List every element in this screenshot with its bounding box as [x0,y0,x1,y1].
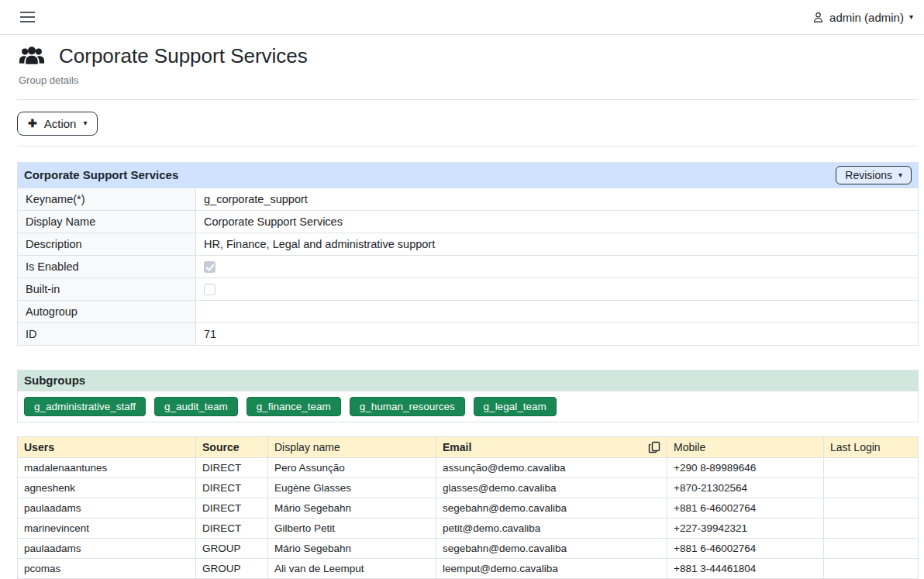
user-row: agneshenk DIRECT Eugène Glasses glasses@… [18,477,919,498]
detail-row-id: ID 71 [18,322,919,345]
detail-value: HR, Finance, Legal and administrative su… [196,233,919,255]
built-in-checkbox[interactable] [204,284,215,295]
user-source: DIRECT [196,498,268,518]
user-display-name: Mário Segebahn [268,538,436,558]
user-icon [812,12,824,23]
action-button-label: Action [44,117,77,130]
subgroups-cell: g_administrative_staff g_audit_team g_fi… [18,391,919,422]
user-username: paulaadams [18,538,196,558]
user-menu-label: admin (admin) [829,11,904,24]
divider [17,99,919,100]
people-group-icon [19,46,45,67]
divider [17,146,919,146]
detail-label: Built-in [18,277,196,300]
page-header: Corporate Support Services [19,45,919,68]
subgroup-button[interactable]: g_human_resources [350,397,465,416]
col-source: Source [196,436,268,457]
user-source: DIRECT [196,457,268,477]
user-row: paulaadams GROUP Mário Segebahn segebahn… [18,538,919,558]
users-table: Users Source Display name Email Mo [17,436,919,579]
detail-row-keyname: Keyname(*) g_corporate_support [18,188,919,210]
user-source: GROUP [196,558,268,578]
detail-row-description: Description HR, Finance, Legal and admin… [18,233,919,255]
detail-row-built-in: Built-in [18,277,919,300]
chevron-down-icon: ▾ [898,171,902,179]
subgroups-row: g_administrative_staff g_audit_team g_fi… [18,391,919,422]
user-row: pcomas GROUP Ali van de Leemput leemput@… [18,558,919,578]
col-users: Users [18,436,196,457]
user-email: assunção@demo.cavaliba [436,457,667,477]
revisions-button-label: Revisions [845,169,892,181]
user-mobile: +227-39942321 [667,518,824,538]
user-source: DIRECT [196,477,268,498]
page-title: Corporate Support Services [59,45,308,68]
subgroup-button[interactable]: g_legal_team [474,397,557,416]
detail-value [196,300,919,322]
user-row: madalenaantunes DIRECT Pero Assunção ass… [18,457,919,477]
user-source: DIRECT [196,518,268,538]
detail-value: Corporate Support Services [196,210,919,233]
detail-row-display-name: Display Name Corporate Support Services [18,210,919,233]
user-username: marinevincent [18,518,196,538]
user-last-login [824,538,919,558]
plus-icon: ✚ [28,118,37,129]
subgroups-table: Subgroups g_administrative_staff g_audit… [17,370,919,422]
chevron-down-icon: ▾ [909,13,913,21]
detail-label: Autogroup [18,300,196,322]
users-header-row: Users Source Display name Email Mo [18,436,919,457]
user-source: GROUP [196,538,268,558]
user-last-login [824,498,919,518]
detail-value [196,255,919,277]
hamburger-menu-icon[interactable] [19,8,36,26]
user-email: segebahn@demo.cavaliba [436,538,667,558]
details-panel-title: Corporate Support Services [24,168,178,181]
page-subtitle: Group details [19,74,919,86]
col-email-label: Email [443,441,471,453]
subgroup-button[interactable]: g_finance_team [247,397,341,416]
user-mobile: +290 8-89989646 [667,457,824,477]
user-last-login [824,518,919,538]
user-display-name: Gilberto Petit [268,518,436,538]
detail-row-is-enabled: Is Enabled [18,255,919,277]
detail-value [196,277,919,300]
chevron-down-icon: ▾ [83,119,87,127]
subgroup-button[interactable]: g_audit_team [154,397,238,416]
col-email: Email [436,436,667,457]
revisions-button[interactable]: Revisions ▾ [836,166,912,184]
user-username: paulaadams [18,498,196,518]
user-display-name: Ali van de Leemput [268,558,436,578]
user-email: petit@demo.cavaliba [436,518,667,538]
user-username: agneshenk [18,477,196,498]
user-mobile: +881 3-44461804 [667,558,824,578]
top-navbar: admin (admin) ▾ [0,0,924,35]
user-mobile: +881 6-46002764 [667,498,824,518]
user-username: pcomas [18,558,196,578]
user-display-name: Eugène Glasses [268,477,436,498]
user-row: marinevincent DIRECT Gilberto Petit peti… [18,518,919,538]
page-content: Corporate Support Services Group details… [0,45,924,579]
subgroup-button[interactable]: g_administrative_staff [24,397,146,416]
detail-label: ID [18,322,196,345]
user-display-name: Pero Assunção [268,457,436,477]
user-last-login [824,457,919,477]
detail-label: Description [18,233,196,255]
is-enabled-checkbox[interactable] [204,261,215,273]
col-display-name: Display name [268,436,436,457]
user-display-name: Mário Segebahn [268,498,436,518]
col-mobile: Mobile [667,436,824,457]
detail-label: Keyname(*) [18,188,196,210]
detail-value: 71 [196,322,919,345]
details-panel-header: Corporate Support Services Revisions ▾ [18,162,919,188]
detail-value: g_corporate_support [196,188,919,210]
detail-label: Display Name [18,210,196,233]
user-row: paulaadams DIRECT Mário Segebahn segebah… [18,498,919,518]
user-last-login [824,558,919,578]
user-menu[interactable]: admin (admin) ▾ [812,11,913,24]
detail-row-autogroup: Autogroup [18,300,919,322]
user-mobile: +881 6-46002764 [667,538,824,558]
copy-icon[interactable] [648,441,660,453]
user-email: glasses@demo.cavaliba [436,477,667,498]
subgroups-panel-title: Subgroups [18,370,919,391]
user-last-login [824,477,919,498]
action-button[interactable]: ✚ Action ▾ [17,112,98,136]
